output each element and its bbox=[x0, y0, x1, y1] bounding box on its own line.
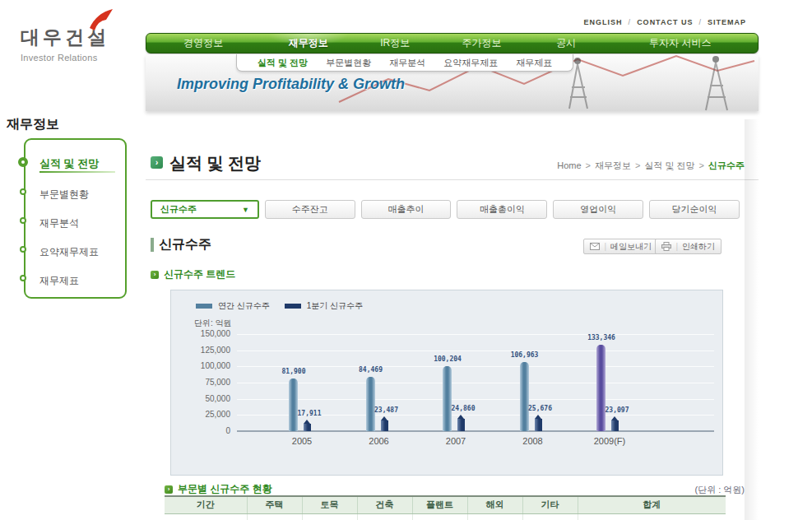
subnav: 실적 및 전망부문별현황재무분석요약재무제표재무제표 bbox=[236, 54, 573, 72]
table-section-title: 부문별 신규수주 현황 bbox=[178, 482, 272, 496]
tab-6[interactable]: 당기순이익 bbox=[649, 200, 740, 219]
chart-section-header: › 신규수주 트렌드 bbox=[151, 267, 235, 281]
legend-color-chip bbox=[285, 304, 301, 309]
y-axis-tick-label: 100,000 bbox=[171, 361, 230, 370]
subnav-item-3[interactable]: 재무분석 bbox=[380, 57, 434, 69]
breadcrumb-item-3[interactable]: 실적 및 전망 bbox=[644, 160, 694, 170]
link-english[interactable]: ENGLISH bbox=[584, 18, 623, 26]
table-cell-partial bbox=[302, 513, 357, 520]
sidebar-item-2[interactable]: 부문별현황 bbox=[26, 188, 125, 202]
tab-5[interactable]: 영업이익 bbox=[553, 200, 643, 219]
chart-title-arrow-icon: › bbox=[151, 271, 159, 279]
table-col-8: 합계 bbox=[578, 496, 726, 513]
main-content: › 실적 및 전망 Home>재무정보>실적 및 전망>신규수주 신규수주▼수주… bbox=[146, 140, 759, 520]
y-axis-tick-label: 25,000 bbox=[171, 410, 230, 419]
link-sitemap[interactable]: SITEMAP bbox=[708, 18, 746, 26]
chart-legend: 연간 신규수주1분기 신규수주 bbox=[196, 300, 363, 312]
subnav-item-5[interactable]: 재무제표 bbox=[507, 57, 561, 69]
slash-divider: / bbox=[629, 18, 632, 26]
sidebar-item-3[interactable]: 재무분석 bbox=[26, 216, 125, 231]
nav-item-3[interactable]: IR정보 bbox=[356, 34, 434, 53]
breadcrumb: Home>재무정보>실적 및 전망>신규수주 bbox=[557, 160, 745, 172]
print-button[interactable]: | 인쇄하기 bbox=[655, 239, 722, 254]
sidebar-item-label: 부문별현황 bbox=[39, 188, 89, 202]
breadcrumb-item-4[interactable]: 신규수주 bbox=[708, 160, 745, 170]
breadcrumb-item-1[interactable]: Home bbox=[557, 160, 581, 170]
x-axis-category-label: 2006 bbox=[369, 436, 388, 446]
gridline bbox=[237, 366, 714, 367]
tab-label: 매출추이 bbox=[388, 203, 425, 216]
gridline bbox=[237, 334, 714, 335]
sidebar-item-1[interactable]: 실적 및 전망 bbox=[26, 158, 125, 173]
annual-value-label: 106,963 bbox=[511, 351, 539, 359]
table-unit-note: (단위 : 억원) bbox=[695, 484, 745, 496]
table-section-header: › 부문별 신규수주 현황 bbox=[165, 482, 272, 496]
gridline bbox=[237, 383, 714, 383]
table-cell-partial bbox=[522, 513, 578, 520]
annual-bar-2005 bbox=[289, 378, 298, 431]
page-title-arrow-icon: › bbox=[151, 156, 163, 169]
legend-item-1: 연간 신규수주 bbox=[196, 300, 270, 312]
quarterly-value-label: 24,860 bbox=[452, 405, 476, 412]
tab-4[interactable]: 매출총이익 bbox=[457, 200, 547, 219]
link-contact-us[interactable]: CONTACT US bbox=[637, 18, 693, 26]
sidebar-item-5[interactable]: 재무제표 bbox=[26, 274, 125, 289]
quarterly-value-label: 23,097 bbox=[606, 406, 629, 414]
chart-section-title: 신규수주 트렌드 bbox=[164, 267, 235, 281]
breadcrumb-item-2[interactable]: 재무정보 bbox=[595, 160, 631, 170]
quarterly-value-label: 25,676 bbox=[528, 405, 552, 412]
nav-item-2[interactable]: 재무정보 bbox=[261, 34, 356, 53]
category-tabs: 신규수주▼수주잔고매출추이매출총이익영업이익당기순이익 bbox=[151, 200, 740, 219]
page: 대우건설 Investor Relations ENGLISH/CONTACT … bbox=[0, 0, 812, 520]
sidebar-item-label: 재무제표 bbox=[39, 274, 79, 288]
annual-bar-2007 bbox=[443, 366, 452, 431]
table-col-3: 토목 bbox=[302, 496, 357, 513]
section-title: 신규수주 bbox=[159, 236, 211, 253]
subnav-item-2[interactable]: 부문별현황 bbox=[317, 57, 380, 69]
print-button-label: 인쇄하기 bbox=[682, 241, 715, 253]
gridline bbox=[237, 399, 714, 400]
quarterly-bar-2005 bbox=[304, 424, 311, 431]
sidebar-bullet-icon bbox=[20, 246, 26, 253]
y-axis-tick-label: 75,000 bbox=[171, 378, 230, 387]
table-cell-partial bbox=[165, 513, 247, 520]
y-axis-tick-label: 125,000 bbox=[171, 346, 230, 355]
table-col-2: 주택 bbox=[247, 496, 302, 513]
x-axis-category-label: 2009(F) bbox=[594, 436, 626, 446]
annual-bar-2008 bbox=[520, 362, 529, 431]
subnav-item-4[interactable]: 요약재무제표 bbox=[434, 57, 507, 69]
mail-button[interactable]: | 메일보내기 bbox=[583, 239, 658, 254]
button-divider: | bbox=[675, 242, 678, 251]
logo[interactable]: 대우건설 Investor Relations bbox=[21, 25, 109, 63]
nav-item-4[interactable]: 주가정보 bbox=[434, 34, 529, 53]
tab-2[interactable]: 수주잔고 bbox=[265, 200, 355, 219]
sidebar-menu: 실적 및 전망부문별현황재무분석요약재무제표재무제표 bbox=[24, 138, 127, 299]
table-col-7: 기타 bbox=[522, 496, 578, 513]
subnav-item-1[interactable]: 실적 및 전망 bbox=[248, 57, 317, 69]
gridline bbox=[237, 351, 714, 351]
active-underline bbox=[39, 171, 115, 173]
sidebar-item-label: 재무분석 bbox=[39, 216, 79, 230]
quarterly-bar-2007 bbox=[457, 419, 465, 431]
annual-bar-2009(F) bbox=[596, 345, 606, 431]
main-nav: 경영정보재무정보IR정보주가정보공시투자자 서비스 bbox=[146, 33, 759, 53]
y-axis-tick-label: 150,000 bbox=[171, 329, 230, 338]
table-cell-partial bbox=[357, 513, 412, 520]
table-col-5: 플랜트 bbox=[412, 496, 467, 513]
annual-bar-2006 bbox=[366, 377, 375, 431]
button-divider: | bbox=[604, 242, 606, 251]
table-col-4: 건축 bbox=[357, 496, 412, 513]
sidebar-item-4[interactable]: 요약재무제표 bbox=[26, 245, 125, 260]
chevron-down-icon: ▼ bbox=[242, 206, 249, 214]
nav-item-1[interactable]: 경영정보 bbox=[146, 34, 261, 53]
printer-icon bbox=[661, 242, 671, 251]
nav-item-6[interactable]: 투자자 서비스 bbox=[602, 34, 758, 53]
sidebar-bullet-icon bbox=[18, 157, 28, 167]
tab-1[interactable]: 신규수주▼ bbox=[151, 200, 259, 219]
table-col-6: 해외 bbox=[467, 496, 522, 513]
breadcrumb-separator: > bbox=[635, 160, 640, 170]
quarterly-value-label: 23,487 bbox=[374, 406, 398, 414]
nav-item-5[interactable]: 공시 bbox=[530, 34, 603, 53]
sidebar-title: 재무정보 bbox=[7, 116, 59, 133]
tab-3[interactable]: 매출추이 bbox=[361, 200, 452, 219]
